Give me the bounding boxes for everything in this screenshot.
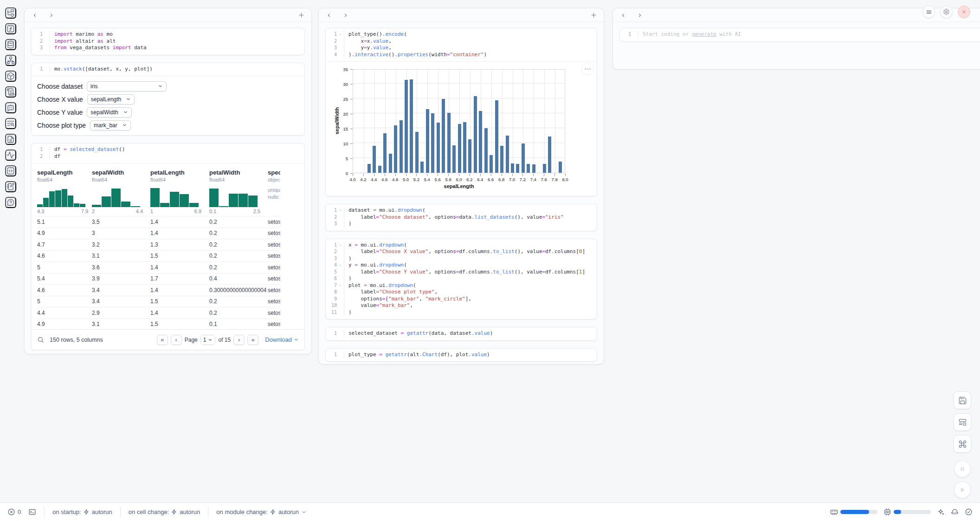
first-page-button[interactable]: « xyxy=(157,335,168,345)
x-value-label: Choose X value xyxy=(37,96,83,103)
layout-toggle-button[interactable] xyxy=(954,413,971,431)
column-dtype: float64 xyxy=(150,177,206,182)
sidebar-item-dependency-graph[interactable] xyxy=(5,55,16,66)
column-move-left-button[interactable] xyxy=(324,11,334,20)
command-palette-button[interactable] xyxy=(954,435,971,453)
cell-plot-editor[interactable]: 1plot_type().encode(2 x=x.value,3 y=y.va… xyxy=(326,28,597,61)
sidebar-item-package[interactable] xyxy=(5,71,16,82)
sidebar-item-code-snippet[interactable] xyxy=(5,165,16,176)
table-row: 4.63.11.50.2setosa xyxy=(37,250,280,262)
cell-vstack-editor[interactable]: 1mo.vstack([dataset, x, y, plot]) xyxy=(32,63,304,76)
next-page-button[interactable]: › xyxy=(233,335,245,345)
sidebar-item-list-search[interactable] xyxy=(5,118,16,129)
plot-type-dropdown[interactable]: mark_bar xyxy=(90,120,131,130)
chart-actions-menu-button[interactable] xyxy=(581,63,594,75)
chart-bar xyxy=(400,120,403,173)
column-toolbar xyxy=(25,8,311,22)
code-text: label="Choose plot type", xyxy=(344,289,593,296)
column-move-right-button[interactable] xyxy=(47,11,56,20)
sidebar-item-activity[interactable] xyxy=(5,150,16,161)
column-header-petalWidth[interactable]: petalWidthfloat640.12.5 xyxy=(209,168,268,216)
save-button[interactable] xyxy=(954,391,971,409)
notebook-menu-button[interactable] xyxy=(922,6,935,18)
cell-selected-dataset-editor[interactable]: 1selected_dataset = getattr(data, datase… xyxy=(326,327,597,340)
sidebar-item-file-tree[interactable] xyxy=(5,7,16,19)
cell-dataframe-editor[interactable]: 1df = selected_dataset()2df xyxy=(32,143,304,163)
column-move-right-button[interactable] xyxy=(341,11,350,20)
generate-with-ai-link[interactable]: generate xyxy=(692,31,716,37)
add-cell-button[interactable] xyxy=(297,11,306,20)
column-toolbar xyxy=(319,8,604,22)
chevron-down-icon xyxy=(208,338,213,342)
sidebar xyxy=(0,0,21,502)
sidebar-item-help[interactable] xyxy=(5,197,16,208)
column-header-petalLength[interactable]: petalLengthfloat6416.9 xyxy=(150,168,209,216)
sidebar-item-database[interactable] xyxy=(5,39,16,50)
last-page-button[interactable]: » xyxy=(247,335,258,345)
line-number: 9 xyxy=(328,296,337,303)
autorun-toggle-0[interactable]: on startup:autorun xyxy=(52,508,112,515)
altair-bar-chart: 051015202530354.04.24.44.64.85.05.25.45.… xyxy=(333,68,569,192)
run-all-button[interactable] xyxy=(954,482,971,498)
prev-page-button[interactable]: ‹ xyxy=(171,335,182,345)
fold-marker[interactable] xyxy=(337,282,344,289)
ai-assistant-button[interactable] xyxy=(937,508,945,517)
fold-marker[interactable] xyxy=(337,242,344,249)
copilot-button[interactable] xyxy=(951,508,959,517)
fold-marker[interactable] xyxy=(337,262,344,269)
dataframe-table: sepalLengthfloat644.37.9sepalWidthfloat6… xyxy=(32,163,304,330)
code-text: df = selected_dataset() xyxy=(50,146,301,153)
sidebar-item-function-square[interactable] xyxy=(5,23,16,34)
table-cell: 0.4 xyxy=(209,275,268,282)
x-tick-mark xyxy=(554,174,555,176)
code-line: 9 options=["mark_bar", "mark_circle"], xyxy=(328,296,593,303)
column-move-left-button[interactable] xyxy=(619,11,628,20)
page-select[interactable]: 1 xyxy=(200,335,216,345)
terminal-button[interactable] xyxy=(28,508,36,517)
table-cell: 3.4 xyxy=(92,298,150,305)
code-line: 3 y=y.value, xyxy=(328,45,593,52)
fold-marker[interactable] xyxy=(337,207,344,214)
plot-type-dropdown-value: mark_bar xyxy=(94,122,117,129)
search-icon-button[interactable] xyxy=(37,336,44,343)
notebook-column-2: 1plot_type().encode(2 x=x.value,3 y=y.va… xyxy=(318,8,604,365)
column-move-right-button[interactable] xyxy=(635,11,645,20)
sidebar-item-scroll[interactable] xyxy=(5,86,16,98)
bot-icon xyxy=(951,508,959,516)
cell-plot-type-editor[interactable]: 1plot_type = getattr(alt.Chart(df), plot… xyxy=(326,349,597,362)
cell-imports-editor[interactable]: 1import marimo as mo2import altair as al… xyxy=(32,28,304,55)
code-text: x = mo.ui.dropdown( xyxy=(344,242,593,249)
histogram-max: 7.9 xyxy=(81,208,88,214)
shutdown-button[interactable] xyxy=(958,6,970,18)
autorun-toggle-1[interactable]: on cell change:autorun xyxy=(129,508,200,515)
column-header-sepalWidth[interactable]: sepalWidthfloat6424.4 xyxy=(92,168,150,216)
table-cell: 0.2 xyxy=(209,298,268,305)
y-value-dropdown[interactable]: sepalWidth xyxy=(87,107,131,117)
chart-bar xyxy=(527,164,530,173)
connection-status-button[interactable] xyxy=(965,508,973,517)
column-move-left-button[interactable] xyxy=(30,11,39,20)
table-row: 5.13.51.40.2setosa xyxy=(37,216,280,228)
autorun-toggle-2[interactable]: on module change:autorun xyxy=(216,508,307,515)
notebook-column-1: 1import marimo as mo2import altair as al… xyxy=(24,8,312,354)
cell-empty-editor[interactable]: 1Start coding or generate with AI xyxy=(620,28,980,41)
dataset-dropdown[interactable]: iris xyxy=(87,81,167,91)
page-total: of 15 xyxy=(218,337,231,343)
cell-xy-plot-dropdowns-editor[interactable]: 1x = mo.ui.dropdown(2 label="Choose X va… xyxy=(326,239,597,319)
cell-list: 1Start coding or generate with AI xyxy=(613,22,980,69)
activity-icon xyxy=(6,151,15,159)
errors-indicator[interactable]: 0 xyxy=(7,508,21,516)
settings-button[interactable] xyxy=(940,6,953,18)
column-header-species[interactable]: speciesobjectunique:nulls: xyxy=(268,168,280,216)
fold-marker[interactable] xyxy=(337,31,344,38)
sidebar-item-notebook-pen[interactable] xyxy=(5,181,16,192)
cell-dataset-dropdown-editor[interactable]: 1dataset = mo.ui.dropdown(2 label="Choos… xyxy=(326,204,597,231)
x-value-dropdown[interactable]: sepalLength xyxy=(87,94,135,104)
sidebar-item-document[interactable] xyxy=(5,134,16,145)
column-header-sepalLength[interactable]: sepalLengthfloat644.37.9 xyxy=(37,168,92,216)
sidebar-item-chat-bot[interactable] xyxy=(5,102,16,113)
download-button[interactable]: Download xyxy=(265,336,299,343)
add-cell-button[interactable] xyxy=(589,11,598,20)
stop-button[interactable] xyxy=(954,461,971,477)
table-cell: 1.3 xyxy=(150,241,209,248)
